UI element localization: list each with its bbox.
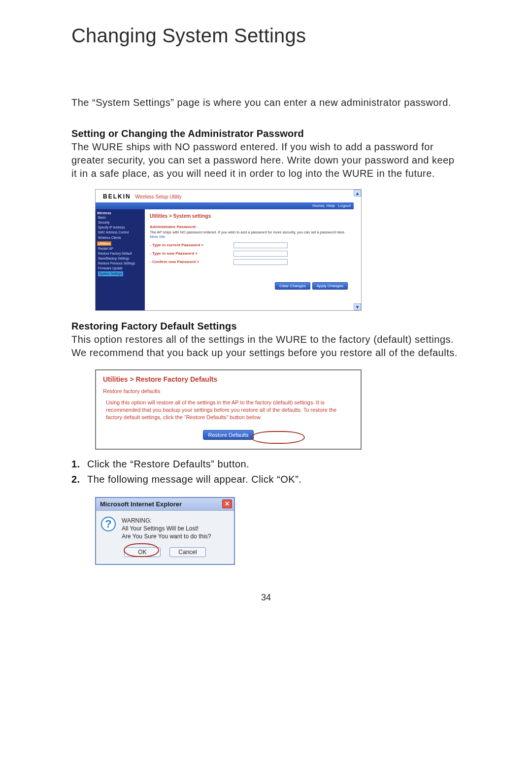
restore-subheading: Restore factory defaults <box>103 388 354 394</box>
sidebar-item-restore-previous[interactable]: Restore Previous Settings <box>97 261 143 266</box>
steps-list: 1. Click the “Restore Defaults” button. … <box>71 459 461 485</box>
page-number: 34 <box>71 593 461 603</box>
sidebar-item-firmware-update[interactable]: Firmware Update <box>97 266 143 271</box>
breadcrumb-restore: Utilities > Restore Factory Defaults <box>103 375 354 383</box>
sidebar-item-mac-control[interactable]: MAC Address Control <box>97 230 143 235</box>
sidebar-item-wireless-clients[interactable]: Wireless Clients <box>97 235 143 240</box>
section-restore-body: This option restores all of the settings… <box>71 333 461 360</box>
label-new-password: - Type in new Password > <box>150 251 233 256</box>
scrollbar-up-icon[interactable]: ▲ <box>354 190 361 197</box>
restore-description: Using this option will restore all of th… <box>103 399 354 421</box>
dialog-title: Microsoft Internet Explorer <box>100 500 182 508</box>
question-icon: ? <box>101 517 116 531</box>
sidebar-item-save-backup[interactable]: Save/Backup Settings <box>97 256 143 261</box>
step-number: 1. <box>71 459 87 470</box>
screenshot-restore-defaults: Utilities > Restore Factory Defaults Res… <box>95 369 461 450</box>
sidebar-item-specify-ip[interactable]: Specify IP Address <box>97 225 143 230</box>
admin-password-description: The AP ships with NO password entered. I… <box>150 230 349 239</box>
sidebar-item-restore-default[interactable]: Restore Factory Default <box>97 251 143 256</box>
new-password-input[interactable] <box>233 251 288 257</box>
top-nav-bar: Home|Help Logout <box>96 202 354 209</box>
label-admin-password: Administrator Password: <box>150 225 349 229</box>
sidebar-group-utilities: Utilities <box>97 241 111 246</box>
more-info-link[interactable]: More Info <box>150 234 166 239</box>
brand-subtitle: Wireless Setup Utility <box>135 194 181 199</box>
sidebar-item-restart-ap[interactable]: Restart AP <box>97 246 143 251</box>
dialog-message: WARNING: All Your Settings Will be Lost!… <box>122 517 211 541</box>
screenshot-ie-dialog: Microsoft Internet Explorer ✕ ? WARNING:… <box>95 497 235 565</box>
nav-logout[interactable]: Logout <box>338 203 351 208</box>
label-current-password: - Type in current Password > <box>150 243 233 247</box>
cancel-button[interactable]: Cancel <box>169 547 206 557</box>
ok-button[interactable]: OK <box>124 547 161 557</box>
sidebar-item-system-settings[interactable]: System Settings <box>98 271 123 276</box>
section-restore-heading: Restoring Factory Default Settings <box>71 321 461 332</box>
page-title: Changing System Settings <box>71 25 461 47</box>
restore-defaults-button[interactable]: Restore Defaults <box>203 430 254 440</box>
label-confirm-password: - Confirm new Password > <box>150 260 233 264</box>
nav-home[interactable]: Home <box>312 203 323 208</box>
current-password-input[interactable] <box>233 242 288 248</box>
nav-help[interactable]: Help <box>327 203 335 208</box>
brand-logo: BELKIN <box>103 193 131 200</box>
breadcrumb: Utilities > System settings <box>150 213 349 219</box>
screenshot-system-settings: ▲ ▼ BELKIN Wireless Setup Utility Home|H… <box>95 189 461 311</box>
sidebar-group-wireless: Wireless <box>97 211 143 215</box>
apply-changes-button[interactable]: Apply Changes <box>312 282 348 290</box>
step-number: 2. <box>71 474 87 485</box>
sidebar-nav: Wireless Basic Security Specify IP Addre… <box>96 209 145 310</box>
confirm-password-input[interactable] <box>233 259 288 265</box>
close-icon[interactable]: ✕ <box>222 499 232 508</box>
sidebar-item-security[interactable]: Security <box>97 220 143 225</box>
section-admin-password-body: The WURE ships with NO password entered.… <box>71 140 461 180</box>
scrollbar-down-icon[interactable]: ▼ <box>354 303 361 310</box>
step-text: Click the “Restore Defaults” button. <box>87 459 249 470</box>
sidebar-item-basic[interactable]: Basic <box>97 215 143 220</box>
list-item: 1. Click the “Restore Defaults” button. <box>71 459 461 470</box>
section-admin-password-heading: Setting or Changing the Administrator Pa… <box>71 128 461 139</box>
clear-changes-button[interactable]: Clear Changes <box>275 282 310 290</box>
intro-paragraph: The “System Settings” page is where you … <box>71 96 461 109</box>
list-item: 2. The following message will appear. Cl… <box>71 474 461 485</box>
step-text: The following message will appear. Click… <box>87 474 301 485</box>
